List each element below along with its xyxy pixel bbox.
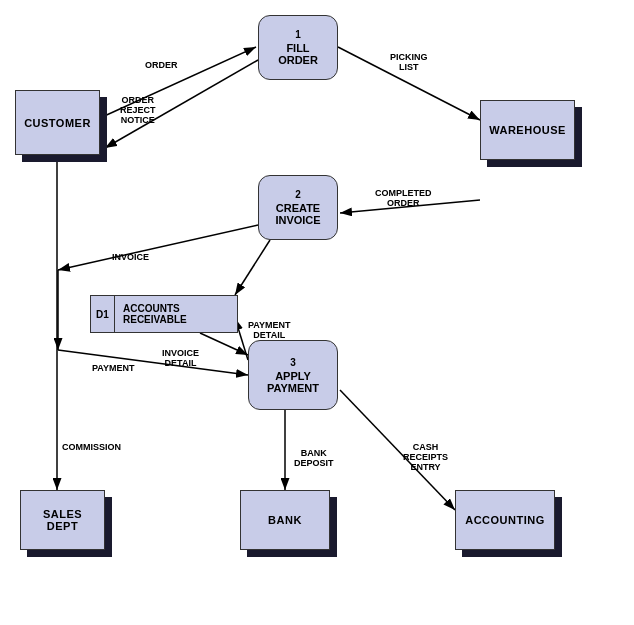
label-payment: PAYMENT [92, 363, 135, 373]
process-apply-payment: 3 APPLYPAYMENT [248, 340, 338, 410]
svg-line-5 [58, 225, 258, 270]
label-completed-order: COMPLETEDORDER [375, 188, 432, 208]
label-bank-deposit: BANKDEPOSIT [294, 448, 334, 468]
process-label-fill-order: FILLORDER [278, 42, 318, 66]
diagram: 1 FILLORDER 2 CREATEINVOICE 3 APPLYPAYME… [0, 0, 634, 625]
label-invoice-detail: INVOICEDETAIL [162, 348, 199, 368]
svg-line-7 [58, 350, 248, 375]
label-order-reject-notice: ORDERREJECTNOTICE [120, 95, 156, 125]
entity-sales-dept-label: SALESDEPT [43, 508, 82, 532]
datastore-id: D1 [91, 296, 115, 332]
label-order: ORDER [145, 60, 178, 70]
datastore-label: ACCOUNTSRECEIVABLE [115, 299, 195, 329]
svg-line-10 [200, 333, 248, 355]
label-invoice: INVOICE [112, 252, 149, 262]
label-payment-detail: PAYMENTDETAIL [248, 320, 291, 340]
entity-accounting-label: ACCOUNTING [465, 514, 545, 526]
process-fill-order: 1 FILLORDER [258, 15, 338, 80]
entity-bank-label: BANK [268, 514, 302, 526]
datastore-accounts-receivable: D1 ACCOUNTSRECEIVABLE [90, 295, 238, 333]
process-label-apply-payment: APPLYPAYMENT [267, 370, 319, 394]
entity-customer-label: CUSTOMER [24, 117, 91, 129]
process-create-invoice: 2 CREATEINVOICE [258, 175, 338, 240]
process-num-1: 1 [295, 29, 301, 40]
label-picking-list: PICKINGLIST [390, 52, 428, 72]
process-num-2: 2 [295, 189, 301, 200]
process-num-3: 3 [290, 357, 296, 368]
label-commission: COMMISSION [62, 442, 121, 452]
process-label-create-invoice: CREATEINVOICE [275, 202, 320, 226]
svg-line-8 [235, 240, 270, 295]
entity-warehouse-label: WAREHOUSE [489, 124, 566, 136]
label-cash-receipts-entry: CASHRECEIPTSENTRY [403, 442, 448, 472]
